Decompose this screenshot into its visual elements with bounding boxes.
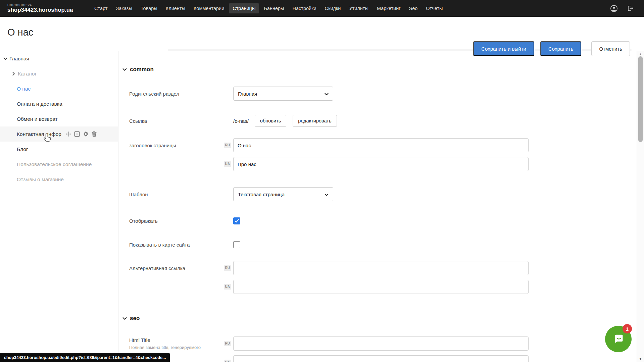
nav-item-utilities[interactable]: Утилиты [345, 3, 372, 13]
html-title-ru-input[interactable] [233, 337, 529, 351]
html-title-label: Html Title [129, 337, 213, 343]
page-title-ua-row: UA [129, 157, 637, 171]
lang-badge-ru: RU [224, 265, 231, 271]
nav-item-comments[interactable]: Комментарии [190, 3, 228, 13]
nav-item-seo[interactable]: Seo [405, 3, 422, 13]
nav-item-banners[interactable]: Баннеры [260, 3, 288, 13]
tree-item-reviews[interactable]: Отзывы о магазине [0, 172, 118, 187]
sitemap-checkbox-unchecked[interactable] [233, 241, 240, 248]
logout-icon[interactable] [627, 5, 634, 12]
alt-link-ua-input[interactable] [233, 280, 529, 294]
status-url-tooltip: shop34423.horoshop.ua/edit/edit.php?id=6… [0, 353, 170, 362]
html-title-ua-row: UA [129, 355, 637, 362]
page-title-label: заголовок страницы [129, 143, 213, 148]
tree-item-label: Пользовательское соглашение [17, 161, 92, 167]
page-edit-form: common Родительский раздел Главная Ссылк… [118, 51, 637, 362]
tree-item-label: Каталог [18, 71, 37, 77]
parent-section-label: Родительский раздел [129, 91, 213, 97]
add-page-icon[interactable] [74, 131, 80, 137]
parent-section-value: Главная [238, 91, 257, 97]
template-select[interactable]: Текстовая страница [233, 187, 333, 201]
template-label: Шаблон [129, 192, 213, 197]
tree-item-label: Главная [9, 56, 29, 62]
link-label: Ссылка [129, 118, 213, 124]
lang-badge-ua: UA [224, 360, 231, 362]
link-row: Ссылка /o-nas/ обновить редактировать [129, 115, 637, 127]
tree-item-label: Отзывы о магазине [17, 176, 64, 183]
tree-item-blog[interactable]: Блог [0, 142, 118, 157]
delete-trash-icon[interactable] [92, 131, 97, 137]
pages-tree-sidebar: Главная Каталог О нас Оплата и доставка … [0, 51, 118, 362]
link-edit-button[interactable]: редактировать [293, 115, 337, 127]
nav-item-pages[interactable]: Страницы [229, 3, 259, 13]
link-refresh-button[interactable]: обновить [255, 115, 286, 127]
chat-unread-badge: 1 [623, 324, 632, 333]
nav-item-marketing[interactable]: Маркетинг [373, 3, 404, 13]
scroll-down-arrow[interactable]: ▼ [637, 357, 644, 361]
page-title: О нас [7, 27, 33, 38]
parent-section-row: Родительский раздел Главная [129, 87, 637, 101]
account-icon[interactable] [610, 5, 618, 12]
nav-item-discounts[interactable]: Скидки [321, 3, 345, 13]
chevron-down-icon[interactable] [3, 57, 8, 60]
tree-item-kontaktnaya[interactable]: Контактная инфор [0, 126, 118, 142]
settings-gear-icon[interactable] [83, 131, 89, 137]
html-title-ru-row: Html Title Полная замена title, генериру… [129, 337, 637, 351]
nav-item-clients[interactable]: Клиенты [162, 3, 189, 13]
nav-item-reports[interactable]: Отчеты [422, 3, 446, 13]
sitemap-row: Показывать в карте сайта [129, 241, 637, 248]
tree-item-glavnaya[interactable]: Главная [0, 51, 118, 66]
nav-item-settings[interactable]: Настройки [289, 3, 320, 13]
tree-item-label: Контактная инфор [17, 131, 61, 137]
main-menu: Старт Заказы Товары Клиенты Комментарии … [91, 3, 446, 13]
move-icon[interactable] [65, 131, 71, 137]
page-title-ru-row: заголовок страницы RU [129, 138, 637, 152]
display-row: Отображать [129, 217, 637, 224]
section-seo-title: seo [130, 315, 140, 322]
chevron-right-icon[interactable] [11, 72, 16, 76]
tree-item-o-nas[interactable]: О нас [0, 81, 118, 96]
tree-item-agreement[interactable]: Пользовательское соглашение [0, 157, 118, 172]
nav-item-products[interactable]: Товары [137, 3, 161, 13]
tree-item-oplata[interactable]: Оплата и доставка [0, 96, 118, 111]
chat-widget: 1 [605, 324, 632, 352]
brand[interactable]: HOROSHOP V4 shop34423.horoshop.ua [0, 4, 91, 13]
page-header: О нас Сохранить и выйти Сохранить Отмени… [0, 17, 644, 51]
lang-badge-ua: UA [224, 284, 231, 290]
section-seo[interactable]: seo [122, 315, 637, 322]
html-title-hint: Полная замена title, генерируемого [129, 345, 213, 350]
nav-item-start[interactable]: Старт [91, 3, 111, 13]
section-common-title: common [130, 66, 154, 73]
template-row: Шаблон Текстовая страница [129, 187, 637, 201]
chevron-down-icon [325, 91, 329, 97]
display-checkbox-checked[interactable] [233, 217, 240, 224]
html-title-ua-input[interactable] [233, 355, 529, 362]
tree-item-label: Обмен и возврат [17, 116, 58, 122]
lang-badge-ru: RU [224, 143, 231, 148]
section-common[interactable]: common [122, 66, 637, 73]
alt-link-label: Альтернативная ссылка [129, 265, 213, 271]
horoshop-admin-app: HOROSHOP V4 shop34423.horoshop.ua Старт … [0, 0, 644, 362]
display-label: Отображать [129, 218, 213, 224]
scroll-up-arrow[interactable]: ▲ [637, 52, 644, 56]
page-title-ru-input[interactable] [233, 138, 529, 152]
nav-right-controls [610, 5, 644, 12]
brand-domain: shop34423.horoshop.ua [7, 7, 91, 13]
vertical-scrollbar[interactable]: ▲ ▼ [637, 51, 644, 362]
sitemap-label: Показывать в карте сайта [129, 242, 213, 248]
tree-item-label: Блог [17, 146, 28, 152]
template-value: Текстовая страница [238, 192, 285, 197]
tree-item-obmen[interactable]: Обмен и возврат [0, 111, 118, 126]
alt-link-ru-input[interactable] [233, 261, 529, 275]
parent-section-select[interactable]: Главная [233, 87, 333, 101]
nav-item-orders[interactable]: Заказы [112, 3, 136, 13]
alt-link-ru-row: Альтернативная ссылка RU [129, 261, 637, 275]
lang-badge-ua: UA [224, 161, 231, 167]
chevron-down-icon [122, 66, 127, 73]
tree-item-actions [65, 131, 97, 137]
scrollbar-thumb[interactable] [638, 56, 643, 142]
lang-badge-ru: RU [224, 341, 231, 346]
tree-item-katalog[interactable]: Каталог [0, 66, 118, 81]
chat-bubble-icon [612, 332, 625, 346]
page-title-ua-input[interactable] [233, 157, 529, 171]
